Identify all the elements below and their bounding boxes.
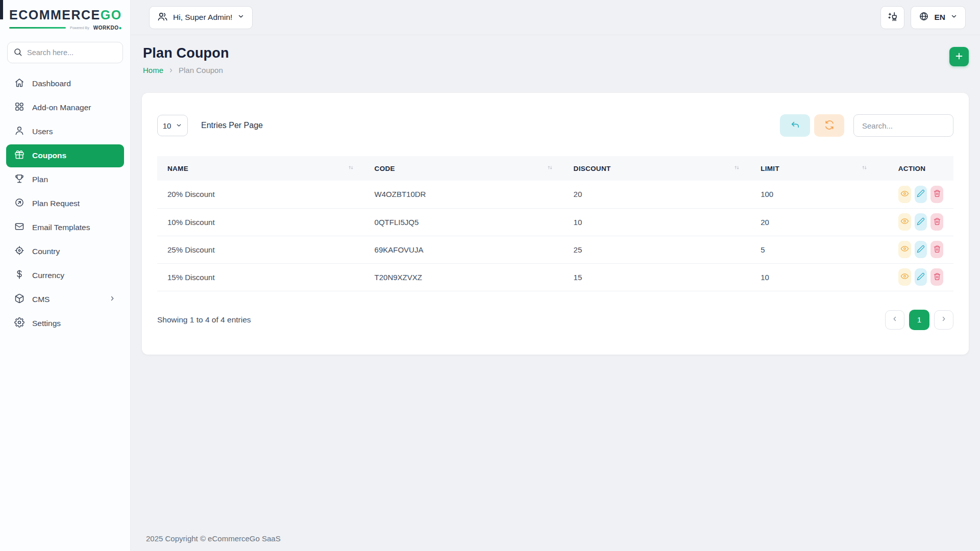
view-button[interactable] [898,213,911,231]
next-page-button[interactable] [934,310,953,330]
chevron-left-icon [891,315,898,324]
pagination: 1 [885,310,953,330]
coupon-discount: 15 [564,263,751,291]
language-selector[interactable]: EN [911,6,966,29]
coupons-card: 10 Entries Per Page [142,93,969,355]
breadcrumb: Home Plan Coupon [143,66,969,74]
top-header: Hi, Super Admin! EN [131,0,980,35]
entries-per-page-select[interactable]: 10 [157,115,188,136]
edit-button[interactable] [915,268,927,286]
table-row: 10% Discount 0QTFLI5JQ5 10 20 [157,208,953,236]
coupon-code: 69KAFOVUJA [364,236,564,263]
sidebar-item-plan[interactable]: Plan [6,168,124,191]
sidebar-item-email-templates[interactable]: Email Templates [6,216,124,239]
app-window: ECOMMERCEGO Powered By WORKDO● Dashboard… [0,0,980,551]
table-row: 20% Discount W4OZBT10DR 20 100 [157,181,953,208]
column-header-limit[interactable]: LIMIT [750,156,878,181]
coupon-limit: 100 [750,181,878,208]
dollar-icon [14,269,24,282]
eye-icon [900,217,909,227]
mail-icon [14,221,24,234]
gift-icon [14,149,24,162]
coupon-code: 0QTFLI5JQ5 [364,208,564,236]
view-button[interactable] [898,268,911,286]
coupon-limit: 5 [750,236,878,263]
column-header-action: ACTION [878,156,953,181]
copyright-text: 2025 Copyright © eCommerceGo SaaS [142,528,969,551]
previous-page-button[interactable] [885,310,904,330]
edit-button[interactable] [915,213,927,231]
home-icon [14,78,24,90]
arrow-up-right-circle-icon [14,197,24,210]
eye-icon [900,272,909,282]
undo-button[interactable] [780,114,810,137]
delete-button[interactable] [930,268,943,286]
view-button[interactable] [898,186,911,203]
sidebar-item-users[interactable]: Users [6,120,124,143]
eye-icon [900,189,909,199]
pencil-icon [917,245,925,255]
powered-by-brand: WORKDO● [93,25,122,31]
coupon-code: T20N9XZVXZ [364,263,564,291]
entries-summary: Showing 1 to 4 of 4 entries [157,315,251,324]
table-search-input[interactable] [853,114,953,137]
coupon-discount: 20 [564,181,751,208]
sort-icon [733,164,740,172]
edit-button[interactable] [915,186,927,203]
coupon-limit: 20 [750,208,878,236]
corner-accent [0,0,3,19]
sidebar-item-cms[interactable]: CMS [6,288,124,311]
sidebar-item-currency[interactable]: Currency [6,264,124,287]
breadcrumb-home-link[interactable]: Home [143,66,163,74]
column-header-code[interactable]: CODE [364,156,564,181]
column-header-discount[interactable]: DISCOUNT [564,156,751,181]
view-button[interactable] [898,241,911,258]
user-menu-button[interactable]: Hi, Super Admin! [149,6,253,29]
refresh-button[interactable] [814,114,844,137]
delete-button[interactable] [930,213,943,231]
entries-per-page-label: Entries Per Page [201,121,263,130]
delete-button[interactable] [930,241,943,258]
undo-arrow-icon [790,120,800,132]
entries-value: 10 [163,121,172,130]
users-icon [157,11,168,24]
trash-icon [933,272,941,282]
sidebar-nav: Dashboard Add-on Manager Users Coupons P… [0,70,130,337]
main-area: Hi, Super Admin! EN Plan Coupon Home [131,0,980,551]
page-1-button[interactable]: 1 [909,310,929,330]
sidebar-item-dashboard[interactable]: Dashboard [6,72,124,95]
chevron-down-icon [237,13,244,22]
greeting-label: Hi, Super Admin! [173,13,232,22]
sidebar-item-country[interactable]: Country [6,240,124,263]
grid-icon [14,102,24,114]
gear-icon [14,317,24,330]
sort-icon [348,164,354,172]
coupon-name: 15% Discount [157,263,364,291]
logo-text-accent: GO [101,8,122,22]
logo-text-primary: ECOMMERCE [9,8,101,22]
table-row: 15% Discount T20N9XZVXZ 15 10 [157,263,953,291]
target-icon [14,245,24,258]
sidebar-item-plan-request[interactable]: Plan Request [6,192,124,215]
eye-icon [900,244,909,255]
coupons-table: NAME CODE DISCOUNT LIMIT ACTION 20% Disc… [157,156,953,291]
sidebar-item-settings[interactable]: Settings [6,312,124,335]
sidebar-item-coupons[interactable]: Coupons [6,144,124,167]
column-header-name[interactable]: NAME [157,156,364,181]
plus-icon [954,51,964,63]
breadcrumb-current: Plan Coupon [179,66,223,74]
brand-logo[interactable]: ECOMMERCEGO Powered By WORKDO● [0,0,130,36]
clear-cache-button[interactable] [880,6,904,29]
clean-brush-icon [887,11,898,24]
edit-button[interactable] [915,241,927,258]
coupon-name: 10% Discount [157,208,364,236]
sort-icon [861,164,868,172]
trophy-icon [14,173,24,186]
page-content: Plan Coupon Home Plan Coupon 10 Entries … [131,35,980,551]
sidebar-search-input[interactable] [7,42,123,63]
add-coupon-button[interactable] [949,47,969,66]
delete-button[interactable] [930,186,943,203]
sidebar-item-addon-manager[interactable]: Add-on Manager [6,96,124,119]
refresh-icon [824,120,835,132]
pencil-icon [917,217,925,227]
